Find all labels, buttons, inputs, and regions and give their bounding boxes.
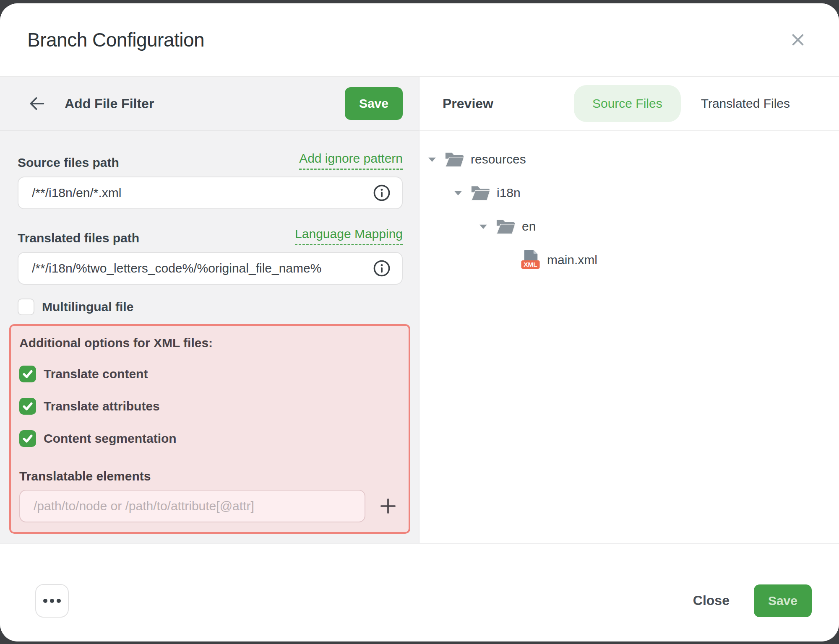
preview-tabs: Source Files Translated Files (574, 85, 808, 122)
translate-content-checkbox[interactable] (19, 366, 36, 382)
caret-down-icon[interactable] (478, 223, 488, 230)
translate-content-row: Translate content (19, 366, 401, 382)
ellipsis-icon (43, 599, 61, 603)
modal-header: Branch Configuration (0, 3, 839, 77)
translated-path-field (18, 252, 403, 285)
branch-configuration-modal: Branch Configuration Add File (0, 3, 839, 641)
info-icon (373, 184, 391, 202)
translatable-elements-field (19, 490, 365, 522)
folder-icon (496, 218, 515, 235)
translatable-elements-input[interactable] (34, 499, 354, 513)
check-icon (21, 368, 34, 380)
file-filter-panel: Add File Filter Save Source files path A… (0, 77, 420, 543)
filter-panel-title: Add File Filter (65, 96, 154, 112)
translate-attributes-row: Translate attributes (19, 398, 401, 415)
tree-row-main-xml[interactable]: XML main.xml (420, 243, 839, 277)
translated-path-info-button[interactable] (372, 258, 392, 278)
tree-label: i18n (497, 186, 521, 200)
source-path-field (18, 177, 403, 209)
content-segmentation-row: Content segmentation (19, 430, 401, 447)
translate-attributes-label: Translate attributes (44, 399, 160, 413)
add-translatable-element-button[interactable] (378, 496, 398, 516)
add-ignore-pattern-link[interactable]: Add ignore pattern (299, 151, 403, 170)
check-icon (21, 432, 34, 445)
info-icon (373, 259, 391, 278)
preview-title: Preview (443, 96, 493, 112)
filter-save-button[interactable]: Save (345, 87, 403, 120)
back-button[interactable] (25, 92, 49, 115)
tab-translated-files[interactable]: Translated Files (683, 85, 808, 122)
close-icon (789, 31, 807, 49)
filter-subheader: Add File Filter Save (0, 77, 419, 131)
modal-title: Branch Configuration (27, 29, 204, 51)
xml-options-section: Additional options for XML files: Transl… (9, 324, 410, 534)
footer-close-button[interactable]: Close (693, 593, 730, 608)
translatable-elements-label: Translatable elements (19, 469, 401, 483)
translated-path-input[interactable] (32, 261, 372, 275)
modal-body: Add File Filter Save Source files path A… (0, 77, 839, 543)
content-segmentation-label: Content segmentation (44, 431, 177, 446)
check-icon (21, 400, 34, 413)
tree-row-i18n[interactable]: i18n (420, 176, 839, 210)
translate-content-label: Translate content (44, 367, 148, 381)
multilingual-row: Multilingual file (18, 299, 403, 315)
caret-down-icon[interactable] (453, 190, 463, 196)
translatable-elements-row (19, 490, 401, 522)
translated-path-label: Translated files path (18, 231, 139, 245)
caret-down-icon[interactable] (427, 156, 437, 163)
modal-footer: Close Save (0, 543, 839, 641)
source-path-input[interactable] (32, 186, 372, 200)
tree-label: en (522, 219, 536, 234)
folder-icon (471, 184, 490, 201)
xml-options-heading: Additional options for XML files: (19, 336, 401, 350)
preview-panel: Preview Source Files Translated Files (420, 77, 839, 543)
tab-source-files[interactable]: Source Files (574, 85, 681, 122)
close-button[interactable] (786, 28, 810, 52)
plus-icon (378, 496, 398, 516)
filter-form: Source files path Add ignore pattern (0, 131, 419, 534)
content-segmentation-checkbox[interactable] (19, 430, 36, 447)
tree-row-resources[interactable]: resources (420, 143, 839, 176)
xml-badge: XML (524, 261, 537, 268)
language-mapping-link[interactable]: Language Mapping (295, 227, 403, 245)
tree-row-en[interactable]: en (420, 210, 839, 243)
footer-save-button[interactable]: Save (754, 584, 812, 617)
multilingual-checkbox[interactable] (18, 299, 34, 315)
tree-label: main.xml (547, 253, 597, 267)
xml-file-icon: XML (521, 249, 540, 270)
more-options-button[interactable] (35, 584, 69, 618)
back-arrow-icon (27, 94, 47, 113)
file-tree: resources i18n (420, 131, 839, 277)
source-path-info-button[interactable] (372, 183, 392, 203)
tree-label: resources (471, 152, 526, 166)
preview-subheader: Preview Source Files Translated Files (420, 77, 839, 131)
source-path-label: Source files path (18, 156, 119, 170)
folder-icon (445, 151, 464, 168)
translate-attributes-checkbox[interactable] (19, 398, 36, 415)
multilingual-label: Multilingual file (42, 300, 133, 314)
